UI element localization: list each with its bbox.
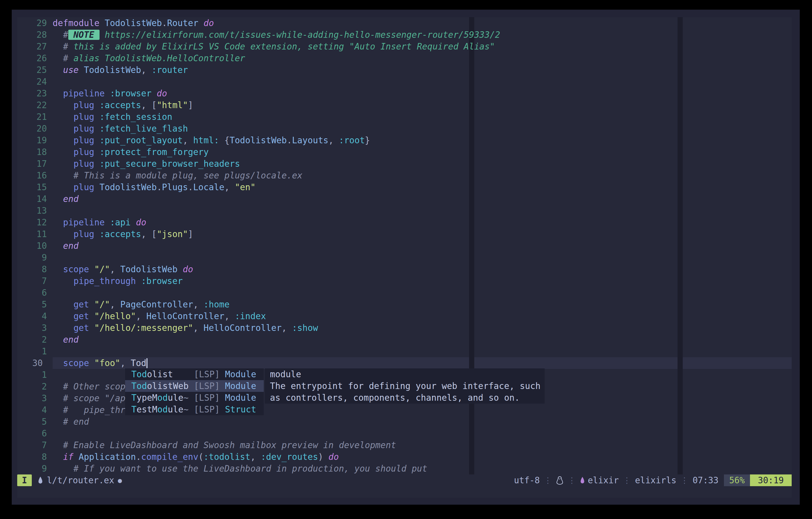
line-number[interactable]: 1 (17, 369, 47, 381)
code-line[interactable]: 17 plug :put_secure_browser_headers (17, 158, 240, 170)
code-line[interactable]: 9 # If you want to use the LiveDashboard… (17, 463, 427, 474)
code-line[interactable]: 8 if Application.compile_env(:todolist, … (17, 451, 339, 463)
code-line[interactable]: 5 # end (17, 416, 89, 428)
code-text: # this is added by ElixirLS VS Code exte… (53, 41, 495, 52)
line-number[interactable]: 1 (17, 345, 47, 357)
line-number[interactable]: 30 (17, 357, 47, 369)
code-line[interactable]: 29defmodule TodolistWeb.Router do (17, 17, 214, 29)
code-line[interactable]: 1 (17, 369, 53, 381)
code-line[interactable]: 6 (17, 428, 53, 439)
line-number[interactable]: 23 (17, 88, 47, 99)
code-line[interactable]: 23 pipeline :browser do (17, 88, 167, 99)
line-number[interactable]: 7 (17, 439, 47, 451)
code-line[interactable]: 7 # Enable LiveDashboard and Swoosh mail… (17, 439, 396, 451)
line-number[interactable]: 8 (17, 451, 47, 463)
line-number[interactable]: 9 (17, 463, 47, 474)
line-number[interactable]: 17 (17, 158, 47, 170)
statusline: I l/t/router.ex ● utf-8 ⋮ ⋮ elixir ⋮ (17, 474, 792, 486)
line-number[interactable]: 22 (17, 99, 47, 111)
editor-content[interactable]: 29defmodule TodolistWeb.Router do28 # NO… (17, 17, 792, 498)
line-number[interactable]: 8 (17, 263, 47, 275)
code-text: # end (53, 416, 89, 427)
line-number[interactable]: 13 (17, 205, 47, 217)
line-number[interactable]: 18 (17, 146, 47, 158)
code-line[interactable]: 4 # pipe_thr (17, 404, 125, 416)
line-number[interactable]: 5 (17, 298, 47, 310)
code-line[interactable]: 22 plug :accepts, ["html"] (17, 99, 193, 111)
code-line[interactable]: 16 # This is a module plug, see plugs/lo… (17, 170, 302, 181)
file-path[interactable]: l/t/router.ex (47, 475, 114, 485)
code-line[interactable]: 1 (17, 345, 53, 357)
code-text: plug :put_root_layout, html: {TodolistWe… (53, 135, 370, 145)
line-number[interactable]: 27 (17, 41, 47, 52)
code-line[interactable]: 21 plug :fetch_session (17, 111, 172, 123)
code-line[interactable]: 6 (17, 287, 53, 298)
code-line[interactable]: 9 (17, 252, 53, 263)
line-number[interactable]: 12 (17, 217, 47, 228)
code-line[interactable]: 24 (17, 76, 53, 88)
code-line[interactable]: 20 plug :fetch_live_flash (17, 123, 188, 135)
code-line[interactable]: 26 # alias TodolistWeb.HelloController (17, 52, 245, 64)
code-text: # Other scop (53, 381, 125, 392)
code-line[interactable]: 11 plug :accepts, ["json"] (17, 228, 193, 240)
line-number[interactable]: 4 (17, 310, 47, 322)
colorcolumn-80 (469, 17, 474, 474)
line-number[interactable]: 7 (17, 275, 47, 287)
completion-item[interactable]: TodolistWeb [LSP]Module (125, 380, 264, 392)
code-line[interactable]: 7 pipe_through :browser (17, 275, 183, 287)
code-line[interactable]: 4 get "/hello", HelloController, :index (17, 310, 266, 322)
line-number[interactable]: 6 (17, 287, 47, 298)
code-text: pipe_through :browser (53, 276, 183, 286)
completion-item[interactable]: Todolist [LSP]Module (125, 368, 264, 380)
code-line[interactable]: 8 scope "/", TodolistWeb do (17, 263, 193, 275)
code-line[interactable]: 28 # NOTE https://elixirforum.com/t/issu… (17, 29, 500, 41)
completion-kind: Struct (225, 404, 256, 414)
code-line[interactable]: 2 end (17, 334, 79, 345)
line-number[interactable]: 4 (17, 404, 47, 416)
line-number[interactable]: 29 (17, 17, 47, 29)
code-line[interactable]: 14 end (17, 193, 79, 205)
code-line[interactable]: 18 plug :protect_from_forgery (17, 146, 209, 158)
line-number[interactable]: 15 (17, 181, 47, 193)
line-number[interactable]: 3 (17, 322, 47, 334)
line-number[interactable]: 5 (17, 416, 47, 428)
code-text: end (53, 194, 79, 204)
line-number[interactable]: 2 (17, 334, 47, 345)
code-line[interactable]: 15 plug TodolistWeb.Plugs.Locale, "en" (17, 181, 256, 193)
code-line[interactable]: 2 # Other scop (17, 381, 125, 393)
code-line[interactable]: 30 scope "foo", Tod (17, 357, 146, 369)
code-text: plug :fetch_live_flash (53, 123, 188, 134)
line-number[interactable]: 2 (17, 381, 47, 393)
code-line[interactable]: 13 (17, 205, 53, 217)
code-line[interactable]: 12 pipeline :api do (17, 217, 146, 228)
code-line[interactable]: 3 # scope "/ap (17, 393, 125, 404)
code-line[interactable]: 3 get "/hello/:messenger", HelloControll… (17, 322, 318, 334)
colorcolumn-120 (677, 17, 683, 474)
line-number[interactable]: 25 (17, 64, 47, 76)
autocomplete-popup[interactable]: Todolist [LSP]ModuleTodolistWeb [LSP]Mod… (125, 368, 264, 415)
completion-item[interactable]: TypeModule~ [LSP]Module (125, 392, 264, 404)
completion-item[interactable]: TestModule~ [LSP]Struct (125, 404, 264, 415)
line-number[interactable]: 9 (17, 252, 47, 263)
code-line[interactable]: 25 use TodolistWeb, :router (17, 64, 188, 76)
modified-indicator: ● (118, 477, 122, 484)
line-number[interactable]: 10 (17, 240, 47, 252)
line-number[interactable]: 11 (17, 228, 47, 240)
line-number[interactable]: 26 (17, 52, 47, 64)
statusline-left: I l/t/router.ex ● (17, 474, 122, 486)
code-text: # Enable LiveDashboard and Swoosh mailbo… (53, 440, 396, 450)
code-line[interactable]: 19 plug :put_root_layout, html: {Todolis… (17, 135, 370, 146)
line-number[interactable]: 20 (17, 123, 47, 135)
line-number[interactable]: 16 (17, 170, 47, 181)
line-number[interactable]: 21 (17, 111, 47, 123)
line-number[interactable]: 6 (17, 428, 47, 439)
line-number[interactable]: 28 (17, 29, 47, 41)
code-line[interactable]: 27 # this is added by ElixirLS VS Code e… (17, 41, 495, 52)
line-number[interactable]: 14 (17, 193, 47, 205)
line-number[interactable]: 24 (17, 76, 47, 88)
line-number[interactable]: 3 (17, 393, 47, 404)
code-line[interactable]: 5 get "/", PageController, :home (17, 298, 230, 310)
code-line[interactable]: 10 end (17, 240, 79, 252)
completion-source: [LSP] (194, 404, 220, 414)
line-number[interactable]: 19 (17, 135, 47, 146)
